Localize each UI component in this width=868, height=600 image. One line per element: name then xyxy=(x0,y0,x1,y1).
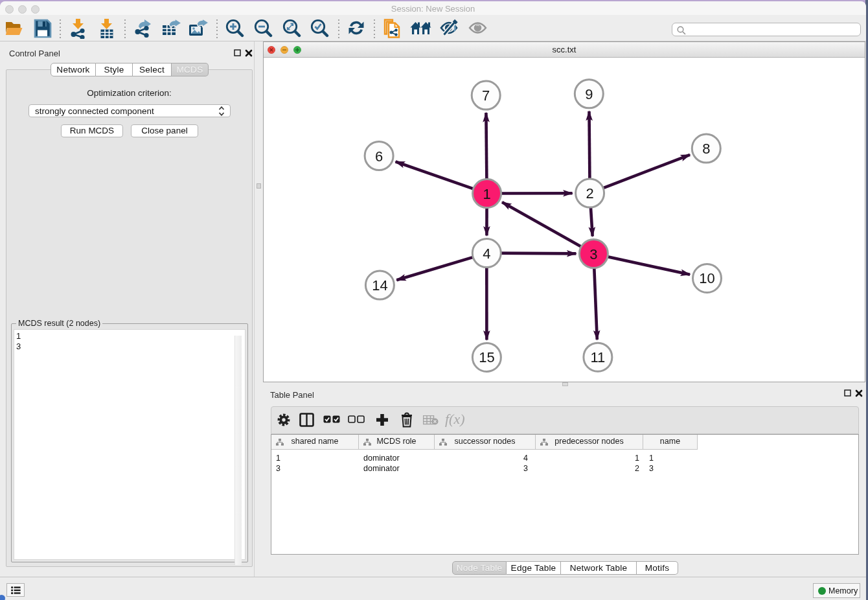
svg-text:3: 3 xyxy=(589,246,597,262)
svg-text:6: 6 xyxy=(375,148,383,165)
svg-text:1: 1 xyxy=(483,186,490,202)
svg-text:8: 8 xyxy=(702,141,710,157)
svg-text:7: 7 xyxy=(482,87,490,104)
svg-text:4: 4 xyxy=(483,246,490,262)
svg-text:15: 15 xyxy=(479,349,494,365)
svg-text:2: 2 xyxy=(586,185,593,202)
svg-text:9: 9 xyxy=(585,86,593,102)
svg-text:11: 11 xyxy=(590,349,605,365)
svg-text:10: 10 xyxy=(699,271,714,287)
svg-text:14: 14 xyxy=(372,277,387,294)
